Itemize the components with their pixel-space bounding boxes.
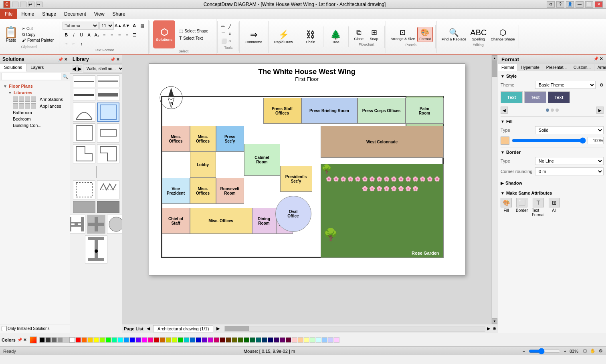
format-panel-pin[interactable]: 📌 ✕	[594, 56, 603, 62]
theme-swatch-3[interactable]: Text	[548, 91, 570, 103]
theme-swatch-2[interactable]: Text	[524, 91, 546, 103]
room-lobby[interactable]: Lobby	[190, 152, 216, 178]
solutions-search-icon[interactable]: 🔍	[63, 74, 68, 79]
scroll-up-btn[interactable]: ▲	[492, 55, 497, 61]
menu-shape[interactable]: Shape	[38, 9, 60, 19]
room-press-corps[interactable]: Press Corps Offices	[358, 98, 406, 124]
active-color[interactable]	[30, 336, 37, 344]
lib-shape-rect3[interactable]	[97, 123, 119, 143]
room-palm-room[interactable]: PalmRoom	[406, 98, 444, 124]
menu-document[interactable]: Document	[60, 9, 90, 19]
copy-button[interactable]: ⧉ Copy	[20, 32, 55, 37]
library-next-btn[interactable]: ▶	[77, 65, 82, 72]
room-oval-office[interactable]: OvalOffice	[275, 196, 311, 232]
lib-shape-lshape2[interactable]	[97, 144, 119, 163]
color-green[interactable]	[105, 337, 111, 343]
lib-shape-hbeam[interactable]	[70, 215, 85, 234]
minimize-btn[interactable]: —	[576, 1, 584, 8]
color-dark-brown[interactable]	[226, 337, 231, 343]
shrink-font-btn[interactable]: A▼	[123, 22, 130, 29]
lib-shape-line1[interactable]	[73, 75, 95, 87]
find-replace-button[interactable]: 🔍 Find & Replace	[440, 27, 468, 42]
paste-button[interactable]: 📋 Paste	[2, 25, 20, 44]
quick-access-undo[interactable]: ↩	[28, 2, 34, 7]
lib-shape-thick1[interactable]	[73, 89, 95, 101]
color-light-magenta[interactable]	[334, 337, 339, 343]
color-lime[interactable]	[99, 337, 105, 343]
solutions-button[interactable]: ⬡ Solutions	[153, 20, 175, 48]
tab-arrange[interactable]: Arrange...	[594, 64, 606, 71]
zoom-in-btn[interactable]: +	[564, 349, 566, 354]
close-btn[interactable]: ✕	[595, 1, 603, 8]
select-text-button[interactable]: T Select Text	[178, 35, 214, 41]
make-same-all[interactable]: ⊞ All	[549, 198, 560, 217]
scroll-thumb[interactable]	[492, 61, 497, 77]
lib-shape-circle[interactable]	[107, 215, 122, 234]
border-type-selector[interactable]: No Line	[535, 157, 604, 165]
tab-presentat[interactable]: Presentat...	[543, 64, 570, 71]
color-cyan[interactable]	[117, 337, 123, 343]
format-panel-button[interactable]: 🎨 Format	[417, 27, 433, 42]
lib-shape-arc[interactable]	[73, 103, 95, 122]
text-background-btn[interactable]: ▦	[139, 22, 146, 29]
color-gold[interactable]	[87, 337, 93, 343]
page-prev-btn[interactable]: ◀	[147, 326, 150, 331]
quick-access-redo[interactable]: ↪	[36, 2, 42, 7]
align-center-btn[interactable]: ≡	[108, 31, 115, 38]
drawing-canvas[interactable]: The White House West Wing First Floor N	[149, 63, 465, 276]
color-maroon[interactable]	[220, 337, 225, 343]
solutions-search-input[interactable]	[2, 73, 61, 80]
change-shape-button[interactable]: ⬡ Change Shape	[489, 27, 516, 42]
color-blue[interactable]	[129, 337, 135, 343]
make-same-border[interactable]: ⬜ Border	[516, 198, 528, 217]
tab-layers[interactable]: Layers	[26, 64, 48, 72]
tool-line[interactable]: ╱	[228, 24, 235, 30]
zoom-slider[interactable]	[529, 348, 561, 354]
room-dining[interactable]: DiningRoom	[252, 208, 276, 234]
color-medium-blue[interactable]	[190, 337, 195, 343]
lib-shape-rect2[interactable]	[73, 123, 95, 143]
page-hscroll-right[interactable]: ▶	[487, 326, 490, 331]
make-same-text[interactable]: T TextFormat	[532, 198, 545, 217]
italic-btn[interactable]: I	[70, 31, 77, 38]
restore-btn[interactable]: ⬜	[585, 1, 593, 8]
indent-btn[interactable]: →	[63, 40, 70, 47]
lib-shape-rect[interactable]	[97, 103, 119, 122]
color-orange[interactable]	[81, 337, 87, 343]
menu-view[interactable]: View	[90, 9, 109, 19]
lib-shape-gray2[interactable]	[97, 201, 119, 213]
tree-libraries[interactable]: ▼ Libraries	[2, 89, 68, 96]
color-peach[interactable]	[298, 337, 303, 343]
color-yellow-green[interactable]	[172, 337, 177, 343]
lib-shape-lshape1[interactable]	[73, 144, 95, 163]
tool-shape[interactable]: ⬜	[221, 38, 228, 45]
color-dark-blue[interactable]	[196, 337, 201, 343]
arrange-size-button[interactable]: ⊡ Arrange & Size	[389, 27, 417, 42]
menu-share[interactable]: Share	[109, 9, 129, 19]
room-vice-prez[interactable]: VicePrezident	[162, 178, 190, 204]
tool-arc[interactable]: ∪	[228, 31, 235, 38]
room-rose-garden[interactable]: 🌳 🌸🌸🌸🌸🌸🌸🌸🌸 🌸🌸🌸🌸🌸🌸🌸🌸 🌳 🌸🌸🌸🌸🌸🌸🌸🌸	[321, 164, 444, 258]
spacing-btn[interactable]: ↕	[78, 40, 85, 47]
fill-color-swatch[interactable]	[501, 137, 509, 145]
bold-btn[interactable]: B	[63, 31, 70, 38]
color-dark-magenta[interactable]	[208, 337, 213, 343]
lib-shape-line2[interactable]	[97, 75, 119, 87]
grow-font-btn[interactable]: A▲	[115, 22, 122, 29]
color-sky[interactable]	[123, 337, 129, 343]
tool-circle[interactable]: ○	[228, 38, 235, 45]
list-btn[interactable]: ☰	[131, 31, 138, 38]
color-mint[interactable]	[111, 337, 117, 343]
menu-home[interactable]: Home	[17, 9, 38, 19]
color-white[interactable]	[69, 337, 75, 343]
shadow-section-header[interactable]: ▶ Shadow	[501, 181, 604, 185]
color-light-cyan[interactable]	[316, 337, 321, 343]
color-light-blue[interactable]	[322, 337, 327, 343]
room-chief-staff[interactable]: Chief ofStaff	[162, 208, 190, 234]
color-light-pink[interactable]	[292, 337, 297, 343]
font-color-btn[interactable]: A	[131, 22, 138, 29]
scroll-down-btn[interactable]: ▼	[492, 318, 497, 324]
lib-shape-zigzag[interactable]	[97, 180, 119, 199]
color-navy[interactable]	[262, 337, 267, 343]
fill-opacity-value[interactable]	[588, 137, 604, 144]
